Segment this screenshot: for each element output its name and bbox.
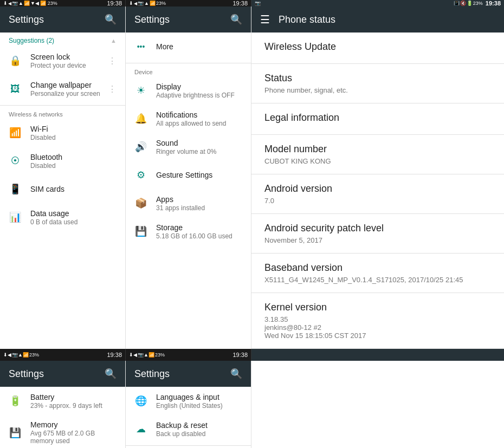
app-layout: ⬇ ◀ 📷 ▲ 📶 ▼◀ 📶 23% 19:38 ⬇ ◀ 📷 ▲ 📶 (0, 0, 504, 448)
hamburger-icon[interactable]: ☰ (260, 13, 270, 26)
model-row[interactable]: Model number CUBOT KING KONG (251, 135, 504, 174)
security-patch-row[interactable]: Android security patch level November 5,… (251, 214, 504, 254)
sim-cards-item[interactable]: 📱 SIM cards (0, 175, 125, 203)
memory-item[interactable]: 💾 Memory Avg 675 MB of 2.0 GB memory use… (0, 415, 125, 448)
languages-title: Languages & input (156, 393, 242, 401)
storage-sub: 5.18 GB of 16.00 GB used (156, 232, 242, 240)
wallpaper-title: Change wallpaper (30, 81, 108, 89)
wifi-icon: 📶 (9, 126, 22, 139)
bottom-left-title: Settings (9, 368, 44, 380)
bluetooth-item[interactable]: ⦿ Bluetooth Disabled (0, 147, 125, 175)
kernel-sub: 3.18.35 jenkins@80-12 #2 Wed Nov 15 18:1… (264, 315, 491, 340)
wifi-sub: Disabled (30, 134, 117, 141)
more-item[interactable]: ••• More (126, 33, 251, 61)
apps-item[interactable]: 📦 Apps 31 apps installed (126, 189, 251, 217)
bottom-left-search[interactable]: 🔍 (105, 368, 117, 380)
battery-item[interactable]: 🔋 Battery 23% - approx. 9 days left (0, 387, 125, 415)
status-bar-bot-left1: ⬇◀ 📷▲📶 23% 19:38 (0, 349, 126, 361)
bottom-left-list: 🔋 Battery 23% - approx. 9 days left 💾 Me… (0, 387, 125, 448)
bottom-right-header: Settings 🔍 (126, 361, 251, 387)
backup-icon: ☁ (134, 423, 147, 436)
wifi-title: Wi-Fi (30, 125, 117, 133)
backup-sub: Back up disabled (156, 430, 242, 438)
screen-lock-title: Screen lock (30, 53, 108, 61)
phone-status-panel: ☰ Phone status Wireless Update Status Ph… (251, 7, 504, 349)
status-bar-top-left2: ⬇ ◀ 📷 ▲ 📶 23% 19:38 (126, 0, 251, 7)
status-bar-row-bottom: ⬇◀ 📷▲📶 23% 19:38 ⬇◀ 📷▲📶 23% 19:38 (0, 349, 504, 361)
security-patch-title: Android security patch level (264, 223, 491, 234)
memory-sub: Avg 675 MB of 2.0 GB memory used (30, 430, 117, 445)
data-title: Data usage (30, 209, 117, 218)
divider-br1 (126, 445, 251, 446)
data-sub: 0 B of data used (30, 218, 117, 226)
top-right-list: ••• More Device ☀ Display Adaptive brigh… (126, 33, 251, 349)
bottom-right-panel: Settings 🔍 🌐 Languages & input English (… (126, 361, 251, 448)
more-icon: ••• (134, 40, 147, 53)
status-bar-top-left1: ⬇ ◀ 📷 ▲ 📶 ▼◀ 📶 23% 19:38 (0, 0, 126, 7)
apps-sub: 31 apps installed (156, 204, 242, 212)
lock-icon: 🔒 (9, 54, 22, 67)
storage-title: Storage (156, 223, 242, 232)
display-title: Display (156, 82, 242, 91)
time-top-right: 19:38 (486, 0, 501, 7)
bluetooth-sub: Disabled (30, 162, 117, 170)
notif-sub: All apps allowed to send (156, 120, 242, 127)
device-section-label: Device (126, 66, 251, 76)
wallpaper-sub: Personalize your screen (30, 90, 108, 98)
status-icons-right: 📷 (255, 1, 261, 6)
gesture-title: Gesture Settings (156, 171, 242, 179)
time-bot-left1: 19:38 (107, 352, 122, 358)
languages-item[interactable]: 🌐 Languages & input English (United Stat… (126, 387, 251, 415)
bottom-right-title: Settings (134, 368, 170, 380)
sound-sub: Ringer volume at 0% (156, 148, 242, 155)
status-bar-row-top: ⬇ ◀ 📷 ▲ 📶 ▼◀ 📶 23% 19:38 ⬇ ◀ 📷 ▲ 📶 (0, 0, 504, 7)
top-right-title: Settings (134, 14, 170, 25)
collapse-icon[interactable]: ▲ (111, 37, 117, 44)
storage-item[interactable]: 💾 Storage 5.18 GB of 16.00 GB used (126, 217, 251, 245)
kernel-row[interactable]: Kernel version 3.18.35 jenkins@80-12 #2 … (251, 293, 504, 349)
wireless-update-row[interactable]: Wireless Update (251, 33, 504, 64)
wireless-section-label: Wireless & networks (0, 108, 125, 119)
wallpaper-item[interactable]: 🖼 Change wallpaper Personalize your scre… (0, 75, 125, 103)
battery-sub: 23% - approx. 9 days left (30, 402, 117, 410)
display-sub: Adaptive brightness is OFF (156, 92, 242, 99)
top-left-panel: Settings 🔍 Suggestions (2) ▲ 🔒 Screen lo… (0, 7, 126, 349)
sound-item[interactable]: 🔊 Sound Ringer volume at 0% (126, 133, 251, 161)
gesture-item[interactable]: ⚙ Gesture Settings (126, 161, 251, 189)
status-row-item[interactable]: Status Phone number, signal, etc. (251, 64, 504, 103)
status-icons-bot-left1: ⬇◀ 📷▲📶 23% (3, 352, 39, 358)
status-bar-top-right: 📷 📳 🔇 🔋 23% 19:38 (251, 0, 504, 7)
bluetooth-icon: ⦿ (9, 154, 22, 167)
main-content: Settings 🔍 Suggestions (2) ▲ 🔒 Screen lo… (0, 7, 504, 448)
backup-item[interactable]: ☁ Backup & reset Back up disabled (126, 415, 251, 443)
divider-1 (0, 105, 125, 106)
sound-title: Sound (156, 139, 242, 147)
status-icons-left1: ⬇ ◀ 📷 ▲ 📶 ▼◀ 📶 23% (3, 1, 57, 6)
display-item[interactable]: ☀ Display Adaptive brightness is OFF (126, 76, 251, 105)
wifi-item[interactable]: 📶 Wi-Fi Disabled (0, 119, 125, 147)
model-sub: CUBOT KING KONG (264, 157, 491, 165)
baseband-row[interactable]: Baseband version X5111_G4_W1245_N_MP_V0.… (251, 254, 504, 293)
screen-lock-item[interactable]: 🔒 Screen lock Protect your device ⋮ (0, 47, 125, 75)
android-version-row[interactable]: Android version 7.0 (251, 174, 504, 214)
notifications-item[interactable]: 🔔 Notifications All apps allowed to send (126, 105, 251, 133)
bottom-right-search[interactable]: 🔍 (230, 368, 242, 380)
data-icon: 📊 (9, 211, 22, 224)
bottom-left-header: Settings 🔍 (0, 361, 125, 387)
baseband-title: Baseband version (264, 262, 491, 274)
memory-icon: 💾 (9, 426, 22, 439)
backup-title: Backup & reset (156, 421, 242, 430)
status-bar-bot-left2: ⬇◀ 📷▲📶 23% 19:38 (126, 349, 251, 361)
top-left-title: Settings (9, 14, 44, 25)
languages-sub: English (United States) (156, 402, 242, 410)
top-left-search-icon[interactable]: 🔍 (105, 14, 117, 25)
top-left-header: Settings 🔍 (0, 7, 125, 33)
data-usage-item[interactable]: 📊 Data usage 0 B of data used (0, 203, 125, 231)
wallpaper-icon: 🖼 (9, 82, 22, 95)
legal-row[interactable]: Legal information (251, 103, 504, 135)
storage-icon: 💾 (134, 225, 147, 238)
time-bot-left2: 19:38 (232, 352, 248, 358)
top-right-search-icon[interactable]: 🔍 (230, 14, 242, 25)
bottom-panels-row: Settings 🔍 🔋 Battery 23% - approx. 9 day… (0, 361, 504, 448)
baseband-sub: X5111_G4_W1245_N_MP_V0.1.4_S171025, 2017… (264, 276, 491, 284)
